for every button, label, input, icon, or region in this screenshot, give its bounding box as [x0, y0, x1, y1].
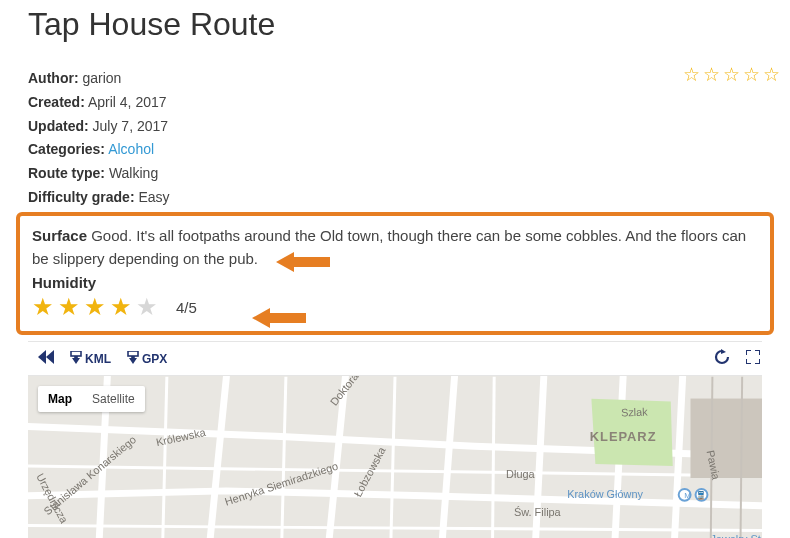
- svg-text:M: M: [684, 491, 691, 500]
- map-district-label: KLEPARZ: [590, 430, 657, 445]
- svg-rect-12: [691, 399, 762, 478]
- svg-text:🚆: 🚆: [696, 490, 706, 500]
- expand-icon: [746, 350, 760, 367]
- download-kml-button[interactable]: KML: [62, 347, 119, 371]
- svg-rect-6: [128, 351, 138, 356]
- surface-text: Good. It's all footpaths around the Old …: [32, 227, 746, 267]
- map-type-map[interactable]: Map: [38, 386, 82, 412]
- gpx-label: GPX: [142, 352, 167, 366]
- meta-difficulty: Difficulty grade: Easy: [28, 186, 762, 210]
- svg-rect-4: [71, 351, 81, 356]
- annotation-arrow-icon: [276, 250, 330, 274]
- highlight-box: Surface Good. It's all footpaths around …: [16, 212, 774, 336]
- star-empty-icon: ★: [136, 293, 158, 321]
- route-type-value: Walking: [109, 165, 158, 181]
- svg-marker-0: [276, 252, 330, 272]
- download-icon: [127, 351, 139, 367]
- download-gpx-button[interactable]: GPX: [119, 347, 175, 371]
- difficulty-label: Difficulty grade:: [28, 189, 135, 205]
- star-icon: ★: [32, 293, 54, 321]
- map-type-switch: Map Satellite: [38, 386, 145, 412]
- overall-rating[interactable]: ☆☆☆☆☆: [683, 63, 783, 86]
- route-type-label: Route type:: [28, 165, 105, 181]
- meta-route-type: Route type: Walking: [28, 162, 762, 186]
- humidity-score: 4/5: [176, 299, 197, 316]
- surface-row: Surface Good. It's all footpaths around …: [32, 224, 758, 271]
- annotation-arrow-icon: [252, 306, 306, 330]
- meta-block: Author: garion Created: April 4, 2017 Up…: [28, 67, 762, 210]
- page-title: Tap House Route: [28, 6, 762, 43]
- map-street-label: Szlak: [621, 406, 649, 419]
- humidity-rating: ★ ★ ★ ★ ★ 4/5: [32, 293, 758, 321]
- difficulty-value: Easy: [138, 189, 169, 205]
- svg-marker-3: [38, 350, 46, 364]
- author-value: garion: [82, 70, 121, 86]
- meta-created: Created: April 4, 2017: [28, 91, 762, 115]
- category-link[interactable]: Alcohol: [108, 141, 154, 157]
- map-view[interactable]: KLEPARZ Szlak Długa Św. Filipa Krzywa Pa…: [28, 376, 762, 538]
- rewind-icon: [38, 350, 54, 367]
- meta-author: Author: garion: [28, 67, 762, 91]
- map-street-label: Długa: [506, 468, 535, 480]
- star-icon: ★: [110, 293, 132, 321]
- star-icon: ★: [58, 293, 80, 321]
- kml-label: KML: [85, 352, 111, 366]
- map-type-satellite[interactable]: Satellite: [82, 386, 145, 412]
- star-empty-icon: ☆☆☆☆☆: [683, 64, 783, 85]
- created-value: April 4, 2017: [88, 94, 167, 110]
- humidity-label: Humidity: [32, 274, 758, 291]
- svg-marker-8: [721, 349, 726, 354]
- svg-marker-1: [252, 308, 306, 328]
- updated-value: July 7, 2017: [93, 118, 169, 134]
- back-button[interactable]: [30, 346, 62, 371]
- star-icon: ★: [84, 293, 106, 321]
- reload-button[interactable]: [710, 345, 734, 372]
- download-icon: [70, 351, 82, 367]
- svg-marker-2: [46, 350, 54, 364]
- surface-label: Surface: [32, 227, 87, 244]
- fullscreen-button[interactable]: [746, 345, 760, 372]
- updated-label: Updated:: [28, 118, 89, 134]
- created-label: Created:: [28, 94, 85, 110]
- meta-categories: Categories: Alcohol: [28, 138, 762, 162]
- map-street-label: Św. Filipa: [514, 506, 562, 518]
- map-poi-station: Kraków Główny: [567, 488, 643, 500]
- meta-updated: Updated: July 7, 2017: [28, 115, 762, 139]
- author-label: Author:: [28, 70, 79, 86]
- refresh-icon: [714, 349, 730, 368]
- svg-marker-7: [129, 356, 137, 364]
- map-poi-store: Jewelry Store: [710, 534, 762, 538]
- categories-label: Categories:: [28, 141, 105, 157]
- svg-marker-5: [72, 356, 80, 364]
- map-toolbar: KML GPX: [28, 341, 762, 376]
